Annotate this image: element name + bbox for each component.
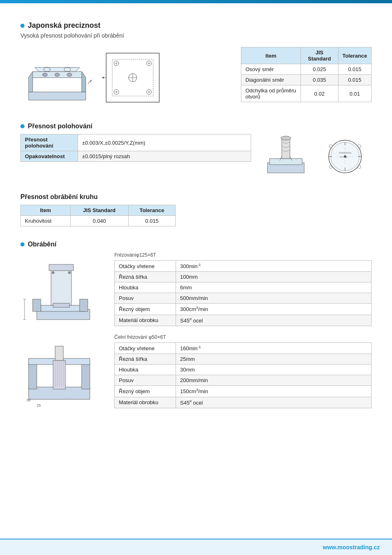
table-cell: Materiál obrobku [115,315,176,326]
svg-marker-0 [29,92,86,100]
table-cell: Hloubka [115,365,176,375]
table-cell: Odchylka od průměru otvorů [241,85,301,102]
technical-2d-drawing [100,47,165,108]
sub1-section: Frézováníφ125×6T Otáčky vřetene300min-1Ř… [114,252,372,326]
circle-col-tolerance: Tolerance [128,205,175,216]
isometric-drawing [20,47,94,108]
table-cell: Opakovatelnost [21,151,78,162]
svg-marker-3 [82,72,86,92]
table-cell: Řezný objem [115,304,176,315]
table-cell: 200mm/min [176,375,372,386]
milling-drawing [259,134,312,179]
table-cell: 150cm3/min [176,386,372,397]
table-cell: Posuv [115,293,176,304]
svg-rect-57 [49,264,74,271]
table-cell: Diagonální směr [241,75,301,85]
svg-rect-65 [29,363,37,389]
machine-drawing-2: 30 25 [20,338,98,412]
svg-point-50 [329,165,332,168]
table-cell: 0.015 [128,216,175,226]
svg-rect-66 [82,363,90,389]
circle-col-item: Item [21,205,71,216]
table-cell: S45# ocel [176,315,372,326]
svg-rect-58 [53,303,69,307]
svg-point-8 [55,73,60,76]
machine-drawings: 30 25 [20,252,102,412]
obrabeni-section: Obrábění [20,241,372,416]
col-jis: JIS Standard [301,47,338,64]
table-cell: 0.015 [338,64,371,75]
circle-col-jis: JIS Standard [70,205,128,216]
svg-rect-54 [33,299,41,311]
sub2-title: Čelní frézování φ50×6T [114,334,372,340]
table-cell: Otáčky vřetene [115,261,176,272]
svg-marker-4 [35,67,80,72]
sub1-title: Frézováníφ125×6T [114,252,372,258]
table-cell: 300cm3/min [176,304,372,315]
table-cell: Řezná šířka [115,354,176,365]
table-cell: Kruhovitost [21,216,71,226]
footer-url: www.moostrading.cz [323,544,380,551]
table-cell: Řezná šířka [115,272,176,282]
table-cell: 160min-1 [176,342,372,354]
bullet-icon [20,124,24,128]
svg-point-59 [52,271,54,274]
svg-rect-32 [270,159,302,165]
svg-marker-30 [102,76,104,79]
svg-marker-2 [29,72,33,92]
table-cell: 0.040 [70,216,128,226]
table-cell: 0.02 [301,85,338,102]
col-tolerance: Tolerance [338,47,371,64]
table-cell: ±0.003/X,±0.0025/Y,Z(mm) [78,134,251,151]
svg-point-9 [67,73,72,76]
precision-positioning-section: Přesnost polohování Přesnost polohování±… [20,123,372,179]
table-cell: Otáčky vřetene [115,342,176,354]
svg-rect-68 [55,346,63,360]
table-cell: 30mm [176,365,372,375]
obrabeni-tables: Frézováníφ125×6T Otáčky vřetene300min-1Ř… [114,252,372,416]
svg-text:30: 30 [27,398,31,402]
svg-rect-56 [51,269,71,305]
table-cell: 25mm [176,354,372,365]
table-cell: ±0.0015/plný rozsah [78,151,251,162]
svg-point-49 [358,145,361,148]
table-cell: 0.035 [301,75,338,85]
machine-drawing-1 [20,252,98,334]
circle-title: Přesnost obrábění kruhu [20,193,372,201]
svg-point-34 [281,136,291,140]
svg-text:STANDARDS: STANDARDS [339,152,352,154]
precision-title: Přesnost polohování [20,123,372,130]
table-cell: 6mm [176,282,372,293]
svg-point-48 [329,145,332,148]
circle-section: Přesnost obrábění kruhu Item JIS Standar… [20,193,372,226]
svg-rect-33 [282,138,290,159]
table-cell: 0.01 [338,85,371,102]
page-title: Japonská preciznost [20,21,372,30]
svg-point-7 [42,73,47,76]
svg-point-51 [358,165,361,168]
table-cell: Hloubka [115,282,176,293]
table-cell: Posuv [115,375,176,386]
col-item: Item [241,47,301,64]
svg-rect-55 [80,299,88,311]
svg-text:25: 25 [37,403,41,407]
svg-marker-11 [90,80,92,83]
svg-point-60 [68,271,71,274]
table-cell: 0.025 [301,64,338,75]
table-cell: Řezný objem [115,386,176,397]
table-cell: Přesnost polohování [21,134,78,151]
sub2-section: Čelní frézování φ50×6T Otáčky vřetene160… [114,334,372,408]
precision-images: STANDARDS JIS B 6336 [259,134,372,179]
footer-bar: www.moostrading.cz [0,539,392,555]
table-cell: S45# ocel [176,397,372,408]
svg-text:JIS B 6336: JIS B 6336 [340,156,348,158]
table-cell: Materiál obrobku [115,397,176,408]
page-subtitle: Vysoká přesnost polohování při obrábění [20,32,372,39]
table-cell: 100mm [176,272,372,282]
table-cell: 0.015 [338,75,371,85]
precision-table-top: Item JIS Standard Tolerance Osový směr0.… [241,47,372,102]
gauge-drawing: STANDARDS JIS B 6336 [318,134,372,179]
technical-drawings [20,47,233,108]
obrabeni-title: Obrábění [20,241,372,248]
table-cell: Osový směr [241,64,301,75]
